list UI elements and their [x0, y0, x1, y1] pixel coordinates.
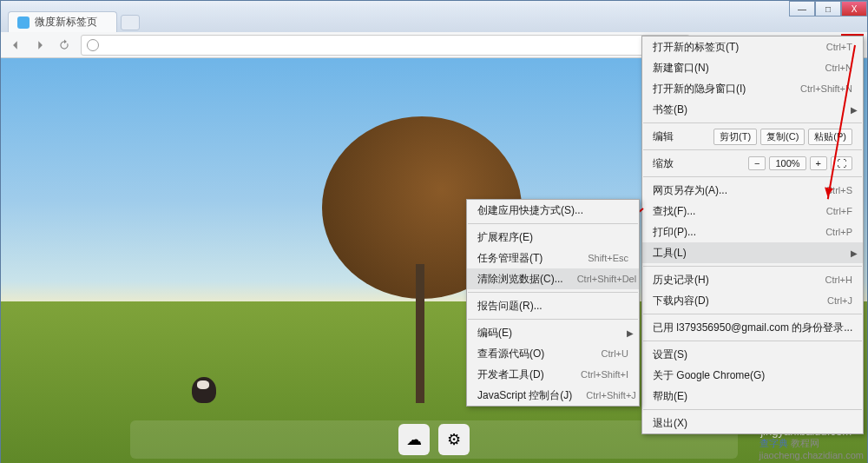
menu-print[interactable]: 打印(P)...Ctrl+P [642, 222, 863, 242]
menu-downloads[interactable]: 下载内容(D)Ctrl+J [642, 290, 863, 311]
globe-icon [87, 39, 99, 51]
menu-bookmarks[interactable]: 书签(B)▶ [642, 99, 863, 120]
window-maximize-button[interactable]: □ [815, 1, 841, 17]
submenu-report-issue[interactable]: 报告问题(R)... [467, 295, 639, 316]
dock-cloud-button[interactable]: ☁ [398, 424, 430, 455]
menu-exit[interactable]: 退出(X) [642, 413, 863, 433]
window-titlebar: — □ X [1, 1, 867, 8]
menu-copy-button[interactable]: 复制(C) [760, 129, 805, 145]
window-controls: — □ X [789, 1, 867, 17]
submenu-task-manager[interactable]: 任务管理器(T)Shift+Esc [467, 248, 639, 268]
submenu-clear-browsing-data[interactable]: 清除浏览数据(C)...Ctrl+Shift+Del [467, 268, 639, 289]
menu-edit-row: 编辑 剪切(T) 复制(C) 粘贴(P) [642, 126, 863, 147]
submenu-create-shortcut[interactable]: 创建应用快捷方式(S)... [467, 200, 639, 221]
dock-settings-button[interactable]: ⚙ [438, 424, 470, 455]
window-close-button[interactable]: X [841, 1, 867, 17]
menu-new-tab[interactable]: 打开新的标签页(T)Ctrl+T [642, 36, 863, 57]
window-minimize-button[interactable]: — [789, 1, 815, 17]
menu-paste-button[interactable]: 粘贴(P) [808, 129, 852, 145]
wallpaper-tree-trunk [416, 264, 424, 403]
reload-button[interactable] [53, 35, 76, 56]
address-bar[interactable]: ☆ [81, 35, 690, 56]
menu-history[interactable]: 历史记录(H)Ctrl+H [642, 269, 863, 290]
menu-settings[interactable]: 设置(S) [642, 344, 863, 365]
menu-incognito[interactable]: 打开新的隐身窗口(I)Ctrl+Shift+N [642, 78, 863, 99]
tools-submenu: 创建应用快捷方式(S)... 扩展程序(E) 任务管理器(T)Shift+Esc… [466, 199, 640, 407]
submenu-extensions[interactable]: 扩展程序(E) [467, 227, 639, 248]
submenu-dev-tools[interactable]: 开发者工具(D)Ctrl+Shift+I [467, 364, 639, 385]
footer-watermark: 查字典 教程网 jiaocheng.chazidian.com [760, 437, 864, 460]
forward-button[interactable] [29, 35, 51, 56]
menu-about[interactable]: 关于 Google Chrome(G) [642, 365, 863, 386]
menu-new-window[interactable]: 新建窗口(N)Ctrl+N [642, 57, 863, 78]
menu-zoom-row: 缩放 − 100% + ⛶ [642, 153, 863, 174]
zoom-in-button[interactable]: + [810, 156, 827, 170]
submenu-view-source[interactable]: 查看源代码(O)Ctrl+U [467, 343, 639, 364]
browser-window: — □ X 微度新标签页 ☆ Q ◎ ◐ ◔ ◆ ✔ ♪ [0, 0, 868, 463]
menu-help[interactable]: 帮助(E) [642, 386, 863, 407]
tab-favicon [17, 17, 30, 29]
tab-title: 微度新标签页 [35, 15, 97, 30]
submenu-js-console[interactable]: JavaScript 控制台(J)Ctrl+Shift+J [467, 385, 639, 406]
chrome-main-menu: 打开新的标签页(T)Ctrl+T 新建窗口(N)Ctrl+N 打开新的隐身窗口(… [641, 36, 864, 434]
menu-cut-button[interactable]: 剪切(T) [713, 129, 757, 145]
menu-tools[interactable]: 工具(L)▶ [642, 242, 863, 263]
menu-find[interactable]: 查找(F)...Ctrl+F [642, 201, 863, 222]
wallpaper-dog [192, 377, 216, 403]
zoom-level: 100% [769, 156, 806, 170]
new-tab-button[interactable] [121, 15, 140, 30]
zoom-out-button[interactable]: − [748, 156, 766, 170]
tab-strip: 微度新标签页 [1, 8, 867, 32]
submenu-encoding[interactable]: 编码(E)▶ [467, 322, 639, 343]
menu-signed-in[interactable]: 已用 l379356950@gmail.com 的身份登录... [642, 317, 863, 338]
browser-tab[interactable]: 微度新标签页 [8, 11, 117, 32]
back-button[interactable] [4, 35, 27, 56]
